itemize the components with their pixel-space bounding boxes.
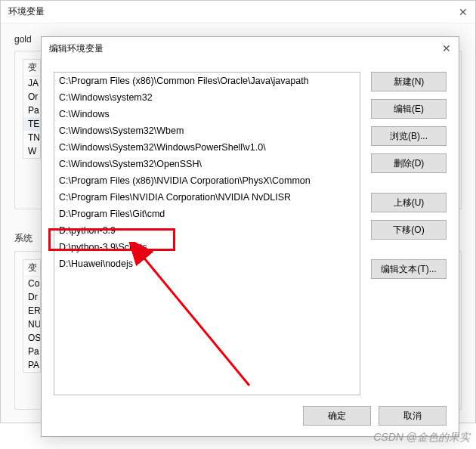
move-up-button[interactable]: 上移(U) bbox=[371, 193, 447, 212]
list-item[interactable]: D:\Huawei\nodejs bbox=[54, 255, 360, 272]
browse-button[interactable]: 浏览(B)... bbox=[371, 126, 447, 146]
list-item[interactable]: C:\Windows\System32\OpenSSH\ bbox=[54, 156, 360, 172]
table-row[interactable]: Pa bbox=[23, 104, 40, 117]
system-vars-header: 变 bbox=[23, 260, 40, 277]
list-item[interactable]: C:\Program Files (x86)\Common Files\Orac… bbox=[54, 73, 360, 89]
list-item[interactable]: D:\python-3.9\Scripts bbox=[54, 239, 360, 255]
table-row[interactable]: PA bbox=[23, 358, 40, 372]
table-row[interactable]: W bbox=[23, 144, 40, 158]
table-row[interactable]: NU bbox=[23, 317, 40, 331]
close-icon[interactable]: ✕ bbox=[442, 42, 451, 54]
watermark: CSDN @金色的果实 bbox=[373, 431, 470, 444]
table-row[interactable]: Pa bbox=[23, 345, 40, 358]
side-button-column: 新建(N) 编辑(E) 浏览(B)... 删除(D) 上移(U) 下移(O) 编… bbox=[371, 72, 447, 395]
table-row[interactable]: Dr bbox=[23, 290, 40, 304]
list-item[interactable]: C:\Windows\System32\Wbem bbox=[54, 122, 360, 139]
move-down-button[interactable]: 下移(O) bbox=[371, 220, 447, 240]
list-item[interactable]: C:\Windows\system32 bbox=[54, 89, 360, 106]
table-row[interactable]: TN bbox=[23, 131, 40, 144]
edit-text-button[interactable]: 编辑文本(T)... bbox=[371, 259, 447, 279]
system-vars-table[interactable]: 变 Co Dr ER NU OS Pa PA bbox=[23, 259, 41, 373]
table-row[interactable]: Co bbox=[23, 277, 40, 290]
table-row[interactable]: Or bbox=[23, 90, 40, 104]
list-item[interactable]: C:\Program Files (x86)\NVIDIA Corporatio… bbox=[54, 172, 360, 189]
list-item[interactable]: C:\Windows bbox=[54, 106, 360, 122]
list-item[interactable]: D:\python-3.9 bbox=[54, 222, 360, 239]
user-vars-header: 变 bbox=[23, 60, 40, 76]
table-row[interactable]: ER bbox=[23, 304, 40, 317]
edit-env-var-dialog: 编辑环境变量 ✕ C:\Program Files (x86)\Common F… bbox=[41, 36, 459, 437]
delete-button[interactable]: 删除(D) bbox=[371, 153, 447, 173]
edit-env-var-titlebar: 编辑环境变量 ✕ bbox=[42, 37, 459, 60]
close-icon[interactable]: ✕ bbox=[459, 6, 468, 18]
table-row[interactable]: JA bbox=[23, 76, 40, 90]
table-row[interactable]: TE bbox=[23, 117, 40, 131]
list-item[interactable]: D:\Program Files\Git\cmd bbox=[54, 206, 360, 222]
path-listbox[interactable]: C:\Program Files (x86)\Common Files\Orac… bbox=[54, 72, 360, 395]
user-vars-table[interactable]: 变 JA Or Pa TE TN W bbox=[23, 59, 41, 159]
env-vars-title: 环境变量 bbox=[8, 5, 45, 18]
new-button[interactable]: 新建(N) bbox=[371, 72, 447, 91]
table-row[interactable]: OS bbox=[23, 331, 40, 345]
ok-button[interactable]: 确定 bbox=[303, 406, 371, 426]
list-item[interactable]: C:\Program Files\NVIDIA Corporation\NVID… bbox=[54, 189, 360, 206]
edit-button[interactable]: 编辑(E) bbox=[371, 99, 447, 119]
list-item[interactable]: C:\Windows\System32\WindowsPowerShell\v1… bbox=[54, 139, 360, 156]
env-vars-titlebar: 环境变量 ✕ bbox=[1, 1, 475, 23]
edit-env-var-title: 编辑环境变量 bbox=[49, 42, 104, 55]
cancel-button[interactable]: 取消 bbox=[379, 406, 447, 426]
